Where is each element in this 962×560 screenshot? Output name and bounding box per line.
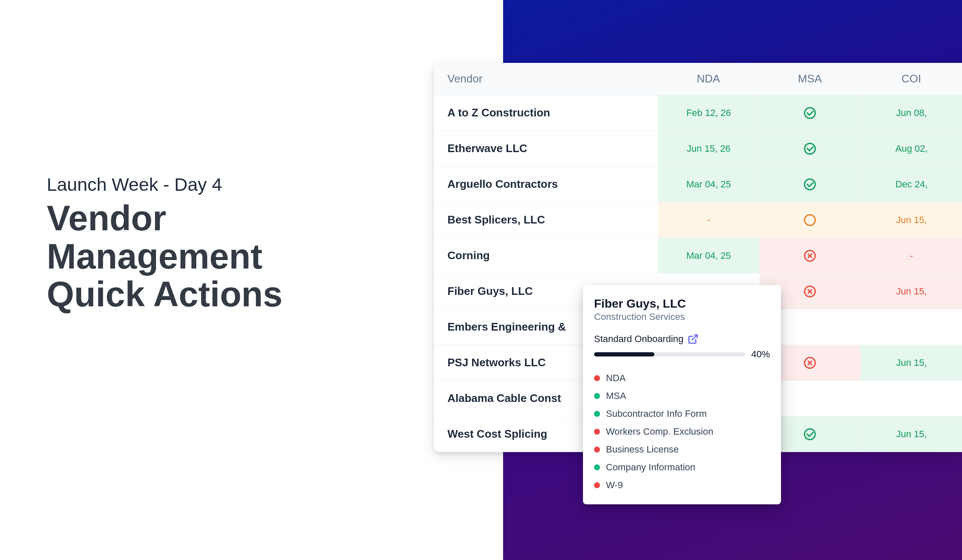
vendor-name-cell[interactable]: Arguello Contractors: [434, 167, 658, 202]
status-dot-icon: [594, 464, 600, 470]
coi-cell[interactable]: -: [860, 238, 962, 273]
doc-label: NDA: [606, 373, 625, 384]
coi-cell[interactable]: Jun 15,: [860, 345, 962, 380]
nda-cell[interactable]: Feb 12, 26: [658, 95, 759, 130]
doc-label: MSA: [606, 390, 626, 402]
progress-fill: [594, 352, 654, 356]
check-circle-icon: [804, 428, 816, 440]
popover-title: Fiber Guys, LLC: [594, 297, 770, 311]
nda-cell[interactable]: Mar 04, 25: [658, 167, 759, 202]
status-dot-icon: [594, 411, 600, 417]
col-header-coi[interactable]: COI: [860, 72, 962, 85]
doc-item[interactable]: Subcontractor Info Form: [594, 405, 770, 423]
table-header-row: Vendor NDA MSA COI: [434, 63, 962, 95]
coi-cell[interactable]: [860, 381, 962, 416]
coi-cell[interactable]: Jun 08,: [860, 95, 962, 130]
check-circle-icon: [804, 107, 816, 119]
doc-label: Business License: [606, 444, 679, 455]
page-title: Vendor Management Quick Actions: [47, 199, 283, 314]
doc-label: Workers Comp. Exclusion: [606, 426, 713, 437]
external-link-icon[interactable]: [688, 334, 699, 345]
vendor-name-cell[interactable]: Best Splicers, LLC: [434, 202, 658, 238]
doc-label: Subcontractor Info Form: [606, 408, 707, 419]
x-circle-icon: [804, 286, 816, 297]
nda-cell[interactable]: Jun 15, 26: [658, 131, 759, 166]
doc-item[interactable]: W-9: [594, 476, 770, 494]
onboarding-section-label: Standard Onboarding: [594, 334, 770, 345]
document-checklist: NDAMSASubcontractor Info FormWorkers Com…: [594, 369, 770, 494]
vendor-name-cell[interactable]: Etherwave LLC: [434, 131, 658, 166]
page-subtitle: Launch Week - Day 4: [47, 174, 283, 195]
svg-line-0: [692, 335, 697, 340]
msa-cell[interactable]: [759, 131, 861, 166]
check-circle-icon: [804, 143, 816, 155]
coi-cell[interactable]: Jun 15,: [860, 274, 962, 309]
status-dot-icon: [594, 393, 600, 399]
doc-item[interactable]: Business License: [594, 441, 770, 458]
progress-percent-label: 40%: [751, 349, 770, 360]
onboarding-label-text: Standard Onboarding: [594, 334, 683, 345]
doc-item[interactable]: Workers Comp. Exclusion: [594, 423, 770, 441]
x-circle-icon: [804, 357, 816, 369]
table-row[interactable]: A to Z ConstructionFeb 12, 26Jun 08,: [434, 95, 962, 131]
doc-item[interactable]: Company Information: [594, 458, 770, 476]
table-row[interactable]: Best Splicers, LLC-Jun 15,: [434, 202, 962, 238]
x-circle-icon: [804, 250, 816, 262]
nda-cell[interactable]: Mar 04, 25: [658, 238, 759, 273]
coi-cell[interactable]: [860, 309, 962, 345]
doc-label: Company Information: [606, 462, 695, 473]
table-row[interactable]: Etherwave LLCJun 15, 26Aug 02,: [434, 131, 962, 167]
empty-circle-icon: [804, 214, 816, 226]
col-header-msa[interactable]: MSA: [759, 72, 861, 85]
popover-subtitle: Construction Services: [594, 311, 770, 322]
vendor-name-cell[interactable]: Corning: [434, 238, 658, 273]
status-dot-icon: [594, 447, 600, 453]
vendor-detail-popover[interactable]: Fiber Guys, LLC Construction Services St…: [583, 285, 781, 504]
msa-cell[interactable]: [759, 167, 861, 202]
coi-cell[interactable]: Dec 24,: [860, 167, 962, 202]
nda-cell[interactable]: -: [658, 202, 759, 238]
coi-cell[interactable]: Aug 02,: [860, 131, 962, 166]
coi-cell[interactable]: Jun 15,: [860, 202, 962, 238]
doc-item[interactable]: NDA: [594, 369, 770, 387]
col-header-vendor[interactable]: Vendor: [447, 72, 658, 85]
doc-label: W-9: [606, 480, 623, 491]
progress-bar: [594, 352, 745, 356]
status-dot-icon: [594, 429, 600, 435]
title-line-3: Quick Actions: [47, 275, 283, 314]
vendor-name-cell[interactable]: A to Z Construction: [434, 95, 658, 130]
doc-item[interactable]: MSA: [594, 387, 770, 405]
msa-cell[interactable]: [759, 202, 861, 238]
status-dot-icon: [594, 375, 600, 381]
status-dot-icon: [594, 482, 600, 488]
msa-cell[interactable]: [759, 238, 861, 273]
check-circle-icon: [804, 178, 816, 190]
title-line-1: Vendor: [47, 199, 283, 238]
hero-text: Launch Week - Day 4 Vendor Management Qu…: [47, 174, 283, 314]
progress-row: 40%: [594, 349, 770, 360]
table-row[interactable]: CorningMar 04, 25-: [434, 238, 962, 274]
title-line-2: Management: [47, 238, 283, 276]
col-header-nda[interactable]: NDA: [658, 72, 759, 85]
table-row[interactable]: Arguello ContractorsMar 04, 25Dec 24,: [434, 167, 962, 202]
msa-cell[interactable]: [759, 95, 861, 130]
coi-cell[interactable]: Jun 15,: [860, 416, 962, 452]
